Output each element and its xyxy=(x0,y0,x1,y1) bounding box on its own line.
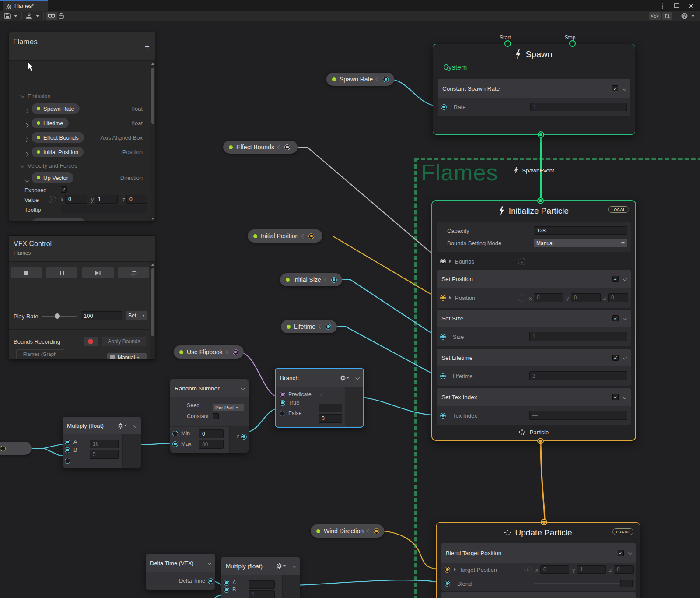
kebab-menu-icon[interactable] xyxy=(658,2,666,10)
param-pill-spawn-rate[interactable]: Spawn Rate xyxy=(326,73,394,86)
apply-bounds-button[interactable]: Apply Bounds xyxy=(102,337,146,346)
input-flow-port[interactable] xyxy=(537,197,544,204)
wire-multiply2-to-blend[interactable] xyxy=(295,580,442,585)
position-y-field[interactable]: 0 xyxy=(571,293,601,302)
chevron-down-icon[interactable] xyxy=(20,94,24,98)
max-input-port[interactable] xyxy=(172,441,178,447)
collapse-icon[interactable] xyxy=(376,77,380,81)
tab-flames[interactable]: Flames* xyxy=(3,1,48,11)
rate-field[interactable]: 1 xyxy=(530,103,627,111)
system-context-label[interactable]: System xyxy=(444,63,467,71)
wire-branch-to-texindex[interactable] xyxy=(359,397,441,415)
position-z-field[interactable]: 0 xyxy=(608,293,628,302)
true-input-port[interactable] xyxy=(280,400,285,406)
b-field[interactable]: 1 xyxy=(248,590,275,598)
delta-output-port[interactable] xyxy=(208,578,214,584)
link-icon[interactable] xyxy=(49,196,56,203)
lifetime-field[interactable]: 3 xyxy=(529,371,627,380)
close-icon[interactable] xyxy=(687,2,695,10)
predicate-input-port[interactable] xyxy=(280,392,285,397)
wire-wind-direction[interactable] xyxy=(378,531,442,569)
constant-checkbox[interactable] xyxy=(213,413,219,419)
param-pill-initial-position[interactable]: Initial Position xyxy=(248,229,322,243)
block-enabled-checkbox[interactable] xyxy=(618,550,624,556)
a-field[interactable]: — xyxy=(248,580,275,589)
min-field[interactable]: 0 xyxy=(199,429,224,438)
gear-icon[interactable] xyxy=(276,563,286,569)
block-collapse-icon[interactable] xyxy=(623,394,627,399)
output-port[interactable] xyxy=(326,324,331,330)
multiply-float-node-2[interactable]: Multiply (float) A — B 1 xyxy=(221,557,300,598)
save-icon[interactable] xyxy=(3,12,12,20)
capacity-field[interactable]: 128 xyxy=(534,226,627,235)
block-collapse-icon[interactable] xyxy=(622,86,626,90)
b-field[interactable]: 5 xyxy=(90,450,119,459)
bb-item-spawn-rate[interactable]: Spawn Rate xyxy=(32,103,80,114)
output-port[interactable] xyxy=(0,446,6,451)
gear-icon[interactable] xyxy=(118,423,127,429)
node-collapse-icon[interactable] xyxy=(355,375,360,380)
expand-icon[interactable] xyxy=(454,568,456,571)
input-flow-port[interactable] xyxy=(541,519,547,525)
category-velocity-forces[interactable]: Velocity and Forces xyxy=(21,162,77,169)
node-collapse-icon[interactable] xyxy=(292,563,296,568)
up-vector-x-field[interactable]: 0 xyxy=(65,195,87,204)
collapse-icon[interactable] xyxy=(324,278,328,282)
param-pill-wind-direction[interactable]: Wind Direction xyxy=(311,524,384,538)
wire-initial-size[interactable] xyxy=(336,280,441,337)
target-position-input-port[interactable] xyxy=(444,567,450,573)
next-block-partial[interactable] xyxy=(441,592,636,598)
stop-flow-port[interactable] xyxy=(569,40,576,47)
restart-button[interactable] xyxy=(118,267,150,279)
param-pill-initial-size[interactable]: Initial Size xyxy=(280,273,342,286)
record-button[interactable] xyxy=(83,336,98,347)
bb-item-wind-direction[interactable]: Wind Direction xyxy=(32,218,86,221)
toolbar-dropdown-icon[interactable] xyxy=(690,12,696,20)
up-vector-z-field[interactable]: 0 xyxy=(126,195,147,204)
delta-time-node[interactable]: Delta Time (VFX) Delta Time xyxy=(146,554,215,590)
bb-item-lifetime[interactable]: Lifetime xyxy=(32,118,69,128)
block-collapse-icon[interactable] xyxy=(623,276,627,281)
tex-index-field[interactable]: — xyxy=(529,411,627,420)
output-port[interactable] xyxy=(308,233,314,239)
size-field[interactable]: 1 xyxy=(529,332,627,341)
block-enabled-checkbox[interactable] xyxy=(612,355,619,361)
blend-field[interactable]: — xyxy=(620,580,633,587)
collapse-icon[interactable] xyxy=(277,145,281,149)
blackboard-scrollbar[interactable] xyxy=(150,61,155,221)
bounds-setting-mode-dropdown[interactable]: Manual xyxy=(534,239,627,247)
constant-spawn-rate-block[interactable]: Constant Spawn Rate xyxy=(438,79,630,98)
block-enabled-checkbox[interactable] xyxy=(612,85,618,91)
up-vector-y-field[interactable]: 1 xyxy=(95,195,118,204)
bb-item-initial-position[interactable]: Initial Position xyxy=(32,147,84,157)
space-toggle-icon[interactable] xyxy=(518,258,525,265)
gear-icon[interactable] xyxy=(340,375,349,381)
pause-button[interactable] xyxy=(46,267,78,279)
lifetime-input-port[interactable] xyxy=(440,373,446,379)
scrollbar-thumb[interactable] xyxy=(151,68,154,124)
wire-effect-bounds[interactable] xyxy=(292,147,441,261)
maximize-icon[interactable] xyxy=(673,2,681,10)
category-emission[interactable]: Emission xyxy=(21,93,51,99)
block-enabled-checkbox[interactable] xyxy=(612,394,619,400)
expand-icon[interactable] xyxy=(449,296,452,299)
unlock-icon[interactable] xyxy=(57,12,66,20)
blend-target-position-block[interactable]: Blend Target Position xyxy=(441,543,636,563)
wire-size-fork[interactable] xyxy=(26,445,65,455)
wire-flow-initialize-update[interactable] xyxy=(541,439,545,522)
output-port[interactable] xyxy=(233,349,238,355)
node-collapse-icon[interactable] xyxy=(133,423,137,427)
predicate-ghost-checkbox[interactable] xyxy=(318,391,325,397)
expander-icon[interactable] xyxy=(25,176,28,184)
target-x-field[interactable]: 0 xyxy=(540,565,569,574)
set-button[interactable]: Set xyxy=(126,311,147,320)
b-input-port[interactable] xyxy=(224,587,229,593)
update-particle-node[interactable]: Update Particle LOCAL Blend Target Posit… xyxy=(436,522,640,598)
a-field[interactable]: 16 xyxy=(90,440,119,448)
set-lifetime-block[interactable]: Set Lifetime xyxy=(437,349,631,366)
seed-dropdown[interactable]: Per Part xyxy=(213,404,244,411)
scrollbar-thumb[interactable] xyxy=(151,268,154,336)
import-dropdown-icon[interactable] xyxy=(34,12,41,20)
set-position-block[interactable]: Set Position xyxy=(437,270,631,288)
a-input-port[interactable] xyxy=(224,580,229,586)
